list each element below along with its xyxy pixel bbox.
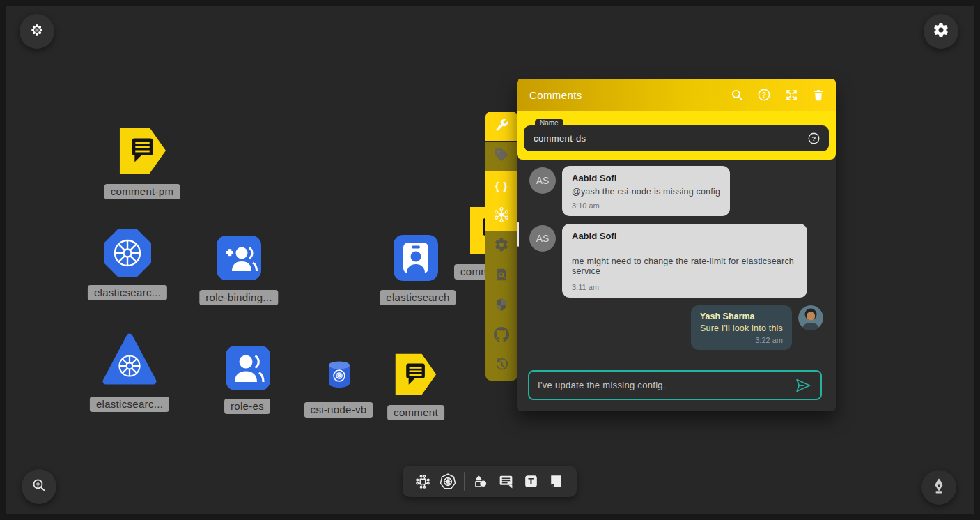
field-help-icon[interactable]: ?	[807, 132, 820, 145]
message-time: 3:22 am	[700, 336, 783, 344]
app-frame: comment-pm elasticsearc... role-binding.…	[0, 0, 980, 520]
name-field[interactable]: Name ?	[524, 125, 829, 151]
zoom-button[interactable]	[22, 469, 56, 504]
message-author: Yash Sharma	[700, 312, 783, 321]
help-icon[interactable]: ?	[756, 87, 772, 102]
comment-input[interactable]	[538, 380, 794, 390]
comment-tool-button[interactable]	[496, 472, 515, 491]
toolbar-github-button[interactable]	[485, 321, 518, 351]
node-elasticsearch-octagon[interactable]	[102, 228, 153, 281]
message-text: me might need to change the rate-limit f…	[572, 257, 798, 276]
message-text: Sure I'll look into this	[700, 323, 783, 333]
name-field-section: Name ?	[517, 111, 836, 160]
message-bubble: Aabid Sofi me might need to change the r…	[562, 224, 807, 298]
expand-icon[interactable]	[784, 87, 799, 102]
node-label: csi-node-vb	[304, 402, 373, 418]
wrench-icon	[495, 118, 509, 135]
node-label: elasticsearc...	[90, 397, 169, 412]
message-row: Yash Sharma Sure I'll look into this 3:2…	[529, 305, 823, 350]
message-time: 3:11 am	[572, 283, 798, 291]
shapes-tool-button[interactable]	[471, 472, 490, 491]
message-author: Aabid Sofi	[572, 231, 798, 241]
note-tool-button[interactable]	[547, 472, 566, 491]
settings-gear-icon	[933, 22, 949, 41]
search-icon[interactable]	[729, 87, 745, 102]
message-bubble: Aabid Sofi @yash the csi-node is missing…	[562, 166, 730, 216]
design-canvas[interactable]: comment-pm elasticsearc... role-binding.…	[6, 6, 974, 514]
zoom-in-icon	[31, 477, 47, 496]
message-row: AS Aabid Sofi @yash the csi-node is miss…	[529, 166, 823, 216]
node-role-binding[interactable]	[217, 236, 261, 283]
node-elasticsearch-serviceaccount[interactable]	[394, 235, 438, 284]
name-field-label: Name	[535, 119, 563, 126]
toolbar-labels-button[interactable]	[485, 142, 518, 171]
node-label: elasticsearch	[380, 290, 456, 305]
comments-message-list[interactable]: AS Aabid Sofi @yash the csi-node is miss…	[517, 160, 836, 365]
panel-scrollbar-thumb[interactable]	[517, 222, 519, 247]
shield-icon	[495, 298, 508, 314]
node-elasticsearch-triangle[interactable]	[102, 332, 157, 391]
node-label: comment	[387, 405, 444, 420]
node-label: role-es	[224, 399, 270, 414]
kubernetes-tool-button[interactable]	[438, 472, 458, 491]
pen-tool-button[interactable]	[921, 470, 956, 505]
message-author: Aabid Sofi	[572, 173, 720, 183]
svg-text:?: ?	[762, 91, 766, 99]
panel-title: Comments	[529, 89, 729, 101]
tag-icon	[494, 147, 509, 165]
message-bubble: Yash Sharma Sure I'll look into this 3:2…	[691, 305, 792, 350]
node-label: comment-pm	[104, 184, 180, 199]
toolbar-configure-button[interactable]	[485, 112, 518, 141]
braces-icon: { }	[495, 181, 508, 192]
node-comment[interactable]	[394, 352, 437, 399]
send-button[interactable]	[794, 376, 812, 395]
node-csi-node-vb[interactable]	[327, 360, 352, 392]
doc-search-icon	[495, 268, 508, 284]
toolbar-divider	[464, 472, 465, 491]
node-context-toolbar: { }	[485, 112, 518, 381]
message-row: AS Aabid Sofi me might need to change th…	[529, 224, 823, 298]
hub-icon	[493, 206, 510, 226]
name-input[interactable]	[534, 133, 807, 144]
github-icon	[494, 327, 509, 345]
text-tool-glyph: T	[529, 477, 535, 487]
toolbar-history-button[interactable]	[485, 351, 518, 381]
shape-palette-toolbar: T	[403, 466, 577, 497]
trash-icon[interactable]	[811, 87, 826, 102]
avatar-photo	[798, 305, 823, 330]
avatar-initials: AS	[529, 225, 556, 252]
node-role-es[interactable]	[226, 346, 270, 393]
node-label: role-binding...	[199, 290, 278, 305]
settings-button[interactable]	[924, 14, 958, 49]
pen-nib-icon	[931, 477, 947, 497]
app-logo-button[interactable]	[20, 14, 54, 49]
comments-panel-header[interactable]: Comments ?	[517, 79, 836, 111]
node-comment-pm[interactable]	[118, 125, 167, 178]
comment-input-box[interactable]	[528, 370, 822, 400]
gear-icon	[494, 237, 509, 255]
svg-text:?: ?	[812, 135, 816, 142]
toolbar-json-button[interactable]: { }	[485, 171, 518, 201]
app-logo-flower-icon	[30, 23, 44, 40]
toolbar-inspect-button[interactable]	[485, 261, 518, 291]
node-label: elasticsearc...	[88, 285, 167, 300]
message-text: @yash the csi-node is missing config	[572, 187, 720, 197]
comments-panel: Comments ? Name ? AS Aabid Sofi @yash th…	[517, 79, 836, 411]
text-tool-button[interactable]: T	[522, 472, 541, 491]
avatar-initials: AS	[529, 167, 556, 194]
toolbar-relationships-button[interactable]	[485, 201, 518, 231]
history-icon	[494, 357, 509, 375]
component-tool-button[interactable]	[413, 472, 433, 491]
toolbar-settings-button[interactable]	[485, 231, 518, 261]
message-time: 3:10 am	[572, 201, 720, 210]
toolbar-policies-button[interactable]	[485, 291, 518, 321]
